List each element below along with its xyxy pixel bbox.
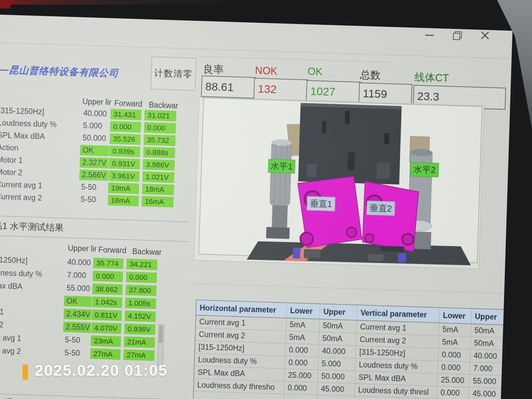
machine-label-horizontal-1: 水平1 (270, 161, 293, 172)
row-label: Motor 1 (0, 155, 80, 167)
stat-label-nok: NOK (255, 65, 278, 77)
window-border-line (0, 43, 512, 59)
row-label: [315-1250Hz] (0, 106, 81, 118)
param-header: Lower (287, 303, 320, 320)
table1-header-backward: Backwar (149, 100, 178, 110)
table2-header-backward: Backwar (132, 247, 162, 257)
company-title: —昆山普络特设备有限公司 (0, 63, 119, 80)
section-title-vertical-results: 品1 垂直测试结果 (0, 396, 59, 399)
row-label: udness duty % (0, 268, 65, 280)
table2-header-upper: Upper lir (68, 244, 97, 254)
stat-label-yield: 良率 (203, 62, 224, 77)
minimize-button[interactable] (424, 29, 435, 41)
row-label: ent avg 2 (0, 346, 63, 357)
stat-label-total: 总数 (360, 68, 381, 82)
machine-3d-viewport: 水平1 水平2 垂直1 垂直2 (194, 97, 484, 269)
row-label: SPL Max dBA (0, 131, 81, 142)
stat-value-yield: 88.61 (201, 75, 256, 98)
stat-value-nok: 132 (253, 78, 309, 101)
minimize-icon (425, 35, 434, 36)
table2-scrollbar[interactable] (157, 324, 164, 365)
row-label: 5-1250Hz] (0, 255, 66, 267)
table1-header-upper: Upper lir (82, 97, 111, 107)
row-label: Loudness duty % (0, 118, 81, 130)
row-label: on (0, 294, 64, 306)
machine-label-horizontal-2: 水平2 (413, 164, 436, 175)
restore-button[interactable] (450, 30, 462, 41)
parameter-limits-table: Horizontal parameter Lower Upper Vertica… (193, 300, 509, 399)
stat-value-ok: 1027 (306, 80, 361, 103)
row-label: Action (0, 143, 80, 155)
counter-reset-button[interactable]: 计数清零 (151, 57, 196, 90)
close-button[interactable] (479, 30, 490, 41)
table2-header-forward: Forward (98, 245, 127, 255)
results-table-1: [315-1250Hz]40.00031.43131.021 Loudness … (0, 104, 181, 208)
scrollbar-thumb[interactable] (159, 326, 163, 343)
row-label: ent avg 1 (0, 333, 63, 344)
table1-header-forward: Forward (114, 99, 142, 109)
stats-divider (198, 56, 395, 63)
section-title-horizontal-results: 品1 水平测试结果 (0, 216, 189, 242)
row-label: or 1 (0, 307, 64, 319)
camera-timestamp: 2025.02.20 01:05 (35, 361, 168, 379)
row-label: or 2 (0, 320, 64, 332)
bezel-reflection (0, 0, 253, 5)
bezel-red-corner (0, 0, 13, 9)
param-header: Lower (440, 308, 472, 324)
param-header: Upper (471, 309, 508, 325)
row-label: Current avg 1 (0, 180, 79, 192)
machine-3d-render: 水平1 水平2 垂直1 垂直2 (194, 97, 484, 269)
panel-divider (193, 284, 504, 294)
row-label: Max dBA (0, 281, 65, 293)
param-header: Vertical parameter (357, 305, 440, 323)
watermark-accent-bar (23, 364, 28, 380)
machine-label-vertical-1: 垂直1 (310, 199, 332, 209)
stat-label-line-ct: 线体CT (414, 70, 449, 85)
param-header: Upper (320, 304, 357, 321)
row-label: Motor 2 (0, 168, 79, 179)
stat-label-ok: OK (308, 66, 323, 78)
machine-label-vertical-2: 垂直2 (370, 203, 392, 213)
results-table-2: 5-1250Hz]40.00035.77434.221 udness duty … (0, 253, 162, 362)
monitor-screen: —昆山普络特设备有限公司 计数清零 良率 NOK OK 总数 线体CT 88.6… (0, 15, 512, 399)
row-label: Current avg 2 (0, 192, 79, 204)
